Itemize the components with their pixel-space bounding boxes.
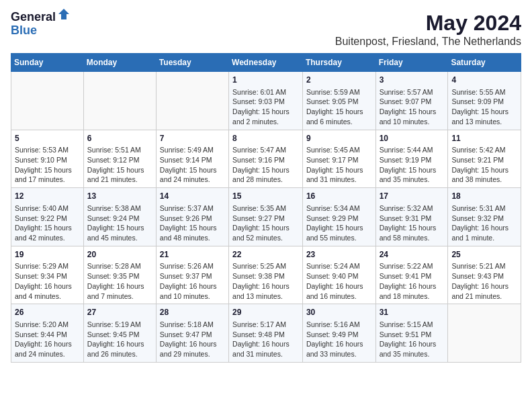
calendar-cell: 17Sunrise: 5:32 AM Sunset: 9:31 PM Dayli…: [375, 188, 448, 246]
day-number: 14: [160, 191, 225, 202]
day-number: 16: [306, 191, 372, 202]
calendar-cell: 2Sunrise: 5:59 AM Sunset: 9:05 PM Daylig…: [302, 72, 375, 130]
calendar-table: SundayMondayTuesdayWednesdayThursdayFrid…: [11, 53, 521, 363]
day-number: 20: [87, 249, 152, 261]
calendar-cell: 14Sunrise: 5:37 AM Sunset: 9:26 PM Dayli…: [156, 188, 228, 246]
day-number: 26: [15, 307, 80, 318]
calendar-cell: 7Sunrise: 5:49 AM Sunset: 9:14 PM Daylig…: [156, 130, 228, 188]
day-info: Sunrise: 5:20 AM Sunset: 9:44 PM Dayligh…: [15, 320, 80, 359]
day-header-wednesday: Wednesday: [229, 54, 303, 72]
day-info: Sunrise: 5:35 AM Sunset: 9:27 PM Dayligh…: [232, 203, 299, 243]
calendar-cell: 29Sunrise: 5:17 AM Sunset: 9:48 PM Dayli…: [229, 304, 303, 363]
day-number: 27: [87, 307, 152, 318]
day-header-saturday: Saturday: [448, 54, 521, 72]
day-info: Sunrise: 5:19 AM Sunset: 9:45 PM Dayligh…: [87, 320, 152, 359]
calendar-cell: 5Sunrise: 5:53 AM Sunset: 9:10 PM Daylig…: [11, 130, 84, 188]
calendar-cell: 10Sunrise: 5:44 AM Sunset: 9:19 PM Dayli…: [375, 130, 448, 188]
day-info: Sunrise: 5:24 AM Sunset: 9:40 PM Dayligh…: [306, 261, 372, 301]
day-number: 31: [380, 307, 445, 318]
calendar-cell: 22Sunrise: 5:25 AM Sunset: 9:38 PM Dayli…: [229, 246, 303, 304]
calendar-week-5: 26Sunrise: 5:20 AM Sunset: 9:44 PM Dayli…: [11, 304, 521, 363]
day-number: 17: [380, 191, 445, 202]
day-info: Sunrise: 5:42 AM Sunset: 9:21 PM Dayligh…: [451, 145, 517, 185]
day-number: 3: [380, 75, 445, 86]
day-info: Sunrise: 5:47 AM Sunset: 9:16 PM Dayligh…: [232, 145, 299, 185]
calendar-cell: 13Sunrise: 5:38 AM Sunset: 9:24 PM Dayli…: [83, 188, 156, 246]
calendar-week-3: 12Sunrise: 5:40 AM Sunset: 9:22 PM Dayli…: [11, 188, 521, 246]
calendar-week-2: 5Sunrise: 5:53 AM Sunset: 9:10 PM Daylig…: [11, 130, 521, 188]
day-header-monday: Monday: [83, 54, 156, 72]
calendar-cell: [156, 72, 228, 130]
title-section: May 2024 Buitenpost, Friesland, The Neth…: [335, 11, 521, 48]
calendar-cell: 21Sunrise: 5:26 AM Sunset: 9:37 PM Dayli…: [156, 246, 228, 304]
day-number: 23: [306, 249, 372, 261]
day-header-tuesday: Tuesday: [156, 54, 228, 72]
day-number: 10: [380, 133, 445, 144]
day-info: Sunrise: 5:37 AM Sunset: 9:26 PM Dayligh…: [160, 203, 225, 243]
calendar-cell: 27Sunrise: 5:19 AM Sunset: 9:45 PM Dayli…: [83, 304, 156, 363]
day-header-friday: Friday: [375, 54, 448, 72]
day-number: 28: [160, 307, 225, 318]
day-number: 1: [232, 75, 299, 86]
calendar-header-row: SundayMondayTuesdayWednesdayThursdayFrid…: [11, 54, 521, 72]
day-number: 21: [160, 249, 225, 261]
day-info: Sunrise: 5:45 AM Sunset: 9:17 PM Dayligh…: [306, 145, 372, 185]
calendar-cell: 20Sunrise: 5:28 AM Sunset: 9:35 PM Dayli…: [83, 246, 156, 304]
day-info: Sunrise: 5:34 AM Sunset: 9:29 PM Dayligh…: [306, 203, 372, 243]
page-header: General Blue May 2024 Buitenpost, Friesl…: [11, 11, 521, 48]
day-info: Sunrise: 5:55 AM Sunset: 9:09 PM Dayligh…: [451, 87, 517, 127]
calendar-cell: 1Sunrise: 6:01 AM Sunset: 9:03 PM Daylig…: [229, 72, 303, 130]
day-header-sunday: Sunday: [11, 54, 84, 72]
calendar-cell: 9Sunrise: 5:45 AM Sunset: 9:17 PM Daylig…: [302, 130, 375, 188]
day-info: Sunrise: 5:38 AM Sunset: 9:24 PM Dayligh…: [87, 203, 152, 243]
calendar-cell: [11, 72, 84, 130]
calendar-cell: 6Sunrise: 5:51 AM Sunset: 9:12 PM Daylig…: [83, 130, 156, 188]
calendar-cell: [83, 72, 156, 130]
day-number: 22: [232, 249, 299, 261]
svg-marker-0: [58, 9, 69, 19]
subtitle: Buitenpost, Friesland, The Netherlands: [335, 36, 521, 48]
day-header-thursday: Thursday: [302, 54, 375, 72]
calendar-cell: 18Sunrise: 5:31 AM Sunset: 9:32 PM Dayli…: [448, 188, 521, 246]
day-number: 4: [451, 75, 517, 86]
day-info: Sunrise: 5:44 AM Sunset: 9:19 PM Dayligh…: [380, 145, 445, 185]
day-number: 19: [15, 249, 80, 261]
day-info: Sunrise: 5:31 AM Sunset: 9:32 PM Dayligh…: [451, 203, 517, 243]
day-number: 15: [232, 191, 299, 202]
logo: General Blue: [11, 11, 71, 38]
calendar-cell: 4Sunrise: 5:55 AM Sunset: 9:09 PM Daylig…: [448, 72, 521, 130]
day-info: Sunrise: 6:01 AM Sunset: 9:03 PM Dayligh…: [232, 87, 299, 127]
day-info: Sunrise: 5:59 AM Sunset: 9:05 PM Dayligh…: [306, 87, 372, 127]
day-info: Sunrise: 5:40 AM Sunset: 9:22 PM Dayligh…: [15, 203, 80, 243]
day-number: 25: [451, 249, 517, 261]
day-number: 30: [306, 307, 372, 318]
day-number: 24: [380, 249, 445, 261]
day-info: Sunrise: 5:32 AM Sunset: 9:31 PM Dayligh…: [380, 203, 445, 243]
day-info: Sunrise: 5:29 AM Sunset: 9:34 PM Dayligh…: [15, 261, 80, 301]
logo-general-text: General: [11, 10, 56, 24]
day-info: Sunrise: 5:25 AM Sunset: 9:38 PM Dayligh…: [232, 261, 299, 301]
day-number: 9: [306, 133, 372, 144]
calendar-cell: 3Sunrise: 5:57 AM Sunset: 9:07 PM Daylig…: [375, 72, 448, 130]
logo-icon: [57, 7, 71, 21]
calendar-cell: 26Sunrise: 5:20 AM Sunset: 9:44 PM Dayli…: [11, 304, 84, 363]
main-title: May 2024: [335, 11, 521, 36]
day-info: Sunrise: 5:26 AM Sunset: 9:37 PM Dayligh…: [160, 261, 225, 301]
calendar-cell: 11Sunrise: 5:42 AM Sunset: 9:21 PM Dayli…: [448, 130, 521, 188]
day-info: Sunrise: 5:28 AM Sunset: 9:35 PM Dayligh…: [87, 261, 152, 301]
calendar-cell: 8Sunrise: 5:47 AM Sunset: 9:16 PM Daylig…: [229, 130, 303, 188]
day-number: 11: [451, 133, 517, 144]
calendar-cell: 15Sunrise: 5:35 AM Sunset: 9:27 PM Dayli…: [229, 188, 303, 246]
day-info: Sunrise: 5:49 AM Sunset: 9:14 PM Dayligh…: [160, 145, 225, 185]
day-info: Sunrise: 5:21 AM Sunset: 9:43 PM Dayligh…: [451, 261, 517, 301]
calendar-cell: 31Sunrise: 5:15 AM Sunset: 9:51 PM Dayli…: [375, 304, 448, 363]
day-number: 6: [87, 133, 152, 144]
day-info: Sunrise: 5:16 AM Sunset: 9:49 PM Dayligh…: [306, 320, 372, 359]
day-info: Sunrise: 5:15 AM Sunset: 9:51 PM Dayligh…: [380, 320, 445, 359]
day-number: 2: [306, 75, 372, 86]
day-info: Sunrise: 5:51 AM Sunset: 9:12 PM Dayligh…: [87, 145, 152, 185]
calendar-cell: 23Sunrise: 5:24 AM Sunset: 9:40 PM Dayli…: [302, 246, 375, 304]
day-info: Sunrise: 5:17 AM Sunset: 9:48 PM Dayligh…: [232, 320, 299, 359]
logo-blue-text: Blue: [11, 24, 37, 37]
calendar-cell: 25Sunrise: 5:21 AM Sunset: 9:43 PM Dayli…: [448, 246, 521, 304]
